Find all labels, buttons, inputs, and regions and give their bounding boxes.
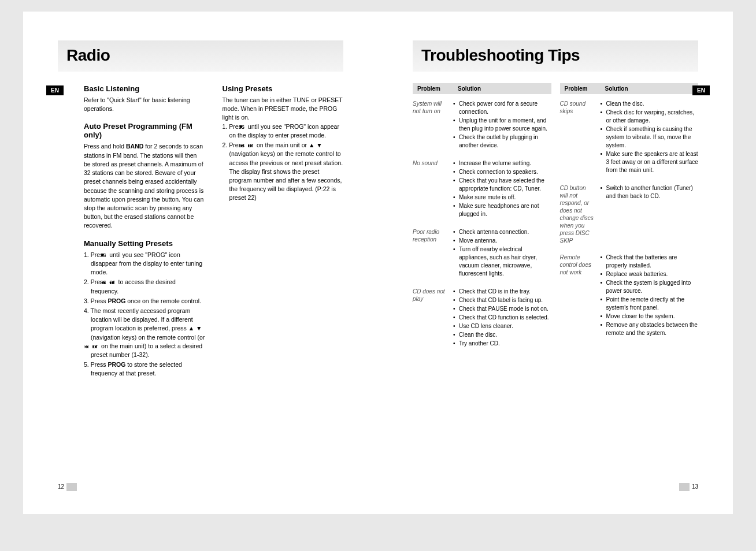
solution-list: Check that CD is in the tray.Check that … [453, 288, 551, 348]
troubleshooting-row: System will not turn onCheck power cord … [413, 100, 551, 150]
ts-right-column: Problem Solution CD sound skipsClean the… [560, 83, 699, 358]
list-item: 2. Press ⏮ or ⏭ to access the desired fr… [84, 278, 205, 295]
header-problem: Problem [565, 85, 599, 92]
problem-label: Poor radio reception [413, 228, 447, 243]
steps-list: 1. Press ■ until you see "PROG" icon dis… [84, 251, 205, 378]
header-solution: Solution [605, 85, 694, 92]
solution-item: Check that CD label is facing up. [453, 296, 551, 304]
column-2: Using Presets The tuner can be in either… [223, 83, 344, 379]
list-item: 2. Press ⏮ or ⏭ on the main unit or ▲ ▼ … [223, 141, 344, 203]
troubleshooting-row: CD does not playCheck that CD is in the … [413, 288, 551, 348]
solution-list: Check antenna connection.Move antenna.Tu… [453, 228, 551, 278]
solution-item: Check that you have selected the appropr… [453, 177, 551, 193]
solution-list: Check that the batteries are properly in… [601, 254, 699, 337]
solution-item: Make sure the speakers are at least 3 fe… [601, 150, 699, 174]
problem-label: System will not turn on [413, 100, 447, 115]
left-page: Radio EN Basic Listening Refer to "Quick… [23, 12, 378, 514]
heading-using-presets: Using Presets [223, 84, 344, 93]
solution-item: Replace weak batteries. [601, 270, 699, 278]
problem-label: CD button will not respond, or does not … [560, 184, 595, 244]
column-1: Basic Listening Refer to "Quick Start" f… [69, 83, 205, 379]
ts-header: Problem Solution [560, 83, 699, 94]
solution-item: Check if something is causing the system… [601, 125, 699, 150]
steps-list: 1. Press ■ until you see "PROG" icon app… [223, 122, 344, 203]
solution-item: Increase the volume setting. [453, 159, 551, 167]
header-solution: Solution [458, 85, 547, 92]
solution-item: Check the outlet by plugging in another … [453, 133, 551, 150]
solution-item: Check antenna connection. [453, 228, 551, 236]
solution-item: Unplug the unit for a moment, and then p… [453, 117, 551, 133]
content: Basic Listening Refer to "Quick Start" f… [58, 83, 343, 379]
title-bar: Radio [58, 40, 343, 72]
heading-auto-preset: Auto Preset Programming (FM only) [84, 122, 205, 139]
list-item: 3. Press PROG once on the remote control… [84, 297, 205, 306]
solution-list: Switch to another function (Tuner) and t… [601, 184, 699, 200]
solution-list: Increase the volume setting.Check connec… [453, 159, 551, 218]
problem-label: CD does not play [413, 288, 447, 303]
solution-item: Check the system is plugged into power s… [601, 279, 699, 295]
page-spread: Radio EN Basic Listening Refer to "Quick… [0, 0, 756, 526]
solution-item: Make sure headphones are not plugged in. [453, 202, 551, 218]
right-page: Troubleshooting Tips EN Problem Solution… [378, 12, 733, 514]
solution-item: Point the remote directly at the system'… [601, 296, 699, 312]
solution-item: Check power cord for a secure connection… [453, 100, 551, 116]
problem-label: Remote control does not work [560, 254, 595, 276]
header-problem: Problem [417, 85, 452, 92]
solution-list: Check power cord for a secure connection… [453, 100, 551, 150]
text: The tuner can be in either TUNE or PRESE… [223, 96, 344, 122]
list-item: 4. The most recently accessed program lo… [84, 307, 205, 359]
solution-item: Remove any obstacles between the remote … [601, 321, 699, 337]
page-number: 13 [677, 483, 698, 491]
solution-item: Check that CD is in the tray. [453, 288, 551, 296]
list-item: 1. Press ■ until you see "PROG" icon app… [223, 122, 344, 140]
solution-item: Check that CD function is selected. [453, 314, 551, 322]
ts-left-column: Problem Solution System will not turn on… [413, 83, 551, 358]
solution-item: Check that PAUSE mode is not on. [453, 305, 551, 313]
solution-item: Clean the disc. [601, 100, 699, 108]
page-number: 12 [58, 483, 79, 491]
solution-item: Check that the batteries are properly in… [601, 254, 699, 270]
solution-item: Try another CD. [453, 340, 551, 348]
heading-manual-presets: Manually Setting Presets [84, 239, 205, 248]
solution-item: Clean the disc. [453, 331, 551, 339]
text: Press and hold BAND for 2 seconds to sca… [84, 142, 205, 230]
page-title: Radio [66, 46, 335, 65]
problem-label: No sound [413, 159, 447, 167]
solution-list: Clean the disc.Check disc for warping, s… [601, 100, 699, 174]
solution-item: Check disc for warping, scratches, or ot… [601, 109, 699, 125]
troubleshooting-row: CD button will not respond, or does not … [560, 184, 699, 244]
troubleshooting-row: Remote control does not workCheck that t… [560, 254, 699, 338]
language-badge: EN [692, 85, 710, 95]
ts-header: Problem Solution [413, 83, 551, 94]
troubleshooting-body: Problem Solution System will not turn on… [413, 83, 698, 358]
language-badge: EN [46, 85, 64, 95]
solution-item: Switch to another function (Tuner) and t… [601, 184, 699, 200]
heading-basic-listening: Basic Listening [84, 84, 205, 93]
text: Refer to "Quick Start" for basic listeni… [84, 96, 205, 113]
troubleshooting-row: CD sound skipsClean the disc.Check disc … [560, 100, 699, 175]
list-item: 5. Press PROG to store the selected freq… [84, 360, 205, 378]
solution-item: Make sure mute is off. [453, 193, 551, 202]
page-title: Troubleshooting Tips [421, 46, 690, 65]
solution-item: Check connection to speakers. [453, 168, 551, 176]
solution-item: Turn off nearby electrical appliances, s… [453, 245, 551, 278]
solution-item: Move antenna. [453, 237, 551, 245]
title-bar: Troubleshooting Tips [413, 40, 698, 72]
solution-item: Move closer to the system. [601, 312, 699, 321]
solution-item: Use CD lens cleaner. [453, 322, 551, 330]
troubleshooting-row: No soundIncrease the volume setting.Chec… [413, 159, 551, 219]
list-item: 1. Press ■ until you see "PROG" icon dis… [84, 251, 205, 277]
troubleshooting-row: Poor radio receptionCheck antenna connec… [413, 228, 551, 278]
problem-label: CD sound skips [560, 100, 595, 115]
